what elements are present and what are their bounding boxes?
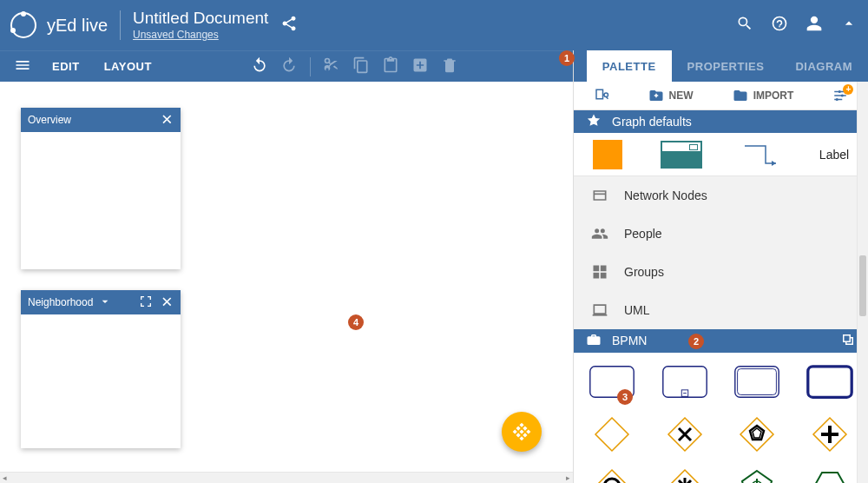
svg-point-11 — [838, 90, 841, 93]
sidebar-scrollbar[interactable] — [857, 82, 868, 483]
topbar-actions — [736, 15, 858, 36]
palette-settings-icon[interactable]: + — [832, 88, 848, 103]
category-uml[interactable]: UML — [574, 291, 868, 329]
section-graph-defaults[interactable]: Graph defaults — [574, 110, 868, 133]
callout-3: 3 — [617, 389, 633, 405]
default-group-style[interactable] — [661, 141, 702, 169]
redo-icon[interactable] — [280, 56, 298, 77]
new-palette-button[interactable]: NEW — [648, 88, 694, 103]
bpmn-gateway-exclusive[interactable] — [654, 414, 716, 455]
tab-diagram[interactable]: DIAGRAM — [779, 50, 868, 82]
cut-icon[interactable] — [323, 56, 340, 77]
account-icon[interactable] — [806, 15, 823, 36]
bpmn-gateway[interactable] — [581, 414, 643, 455]
horizontal-scrollbar[interactable] — [0, 472, 573, 483]
app-logo-block: yEd live — [10, 12, 108, 38]
svg-rect-4 — [519, 429, 523, 433]
svg-rect-5 — [523, 433, 527, 437]
default-label-style[interactable]: Label — [819, 148, 849, 162]
paste-icon[interactable] — [382, 56, 399, 77]
bpmn-gateway-inclusive[interactable] — [727, 414, 789, 455]
help-icon[interactable] — [771, 15, 788, 36]
category-network-nodes[interactable]: Network Nodes — [574, 176, 868, 215]
overview-panel: Overview — [21, 108, 181, 269]
category-people[interactable]: People — [574, 215, 868, 253]
svg-rect-1 — [523, 427, 527, 431]
import-palette-button[interactable]: IMPORT — [733, 88, 794, 103]
app-name: yEd live — [47, 16, 108, 36]
close-icon[interactable] — [160, 112, 174, 129]
close-icon[interactable] — [160, 294, 174, 311]
tab-palette[interactable]: PALETTE — [587, 50, 672, 82]
bpmn-label: BPMN — [612, 334, 647, 347]
fullscreen-icon[interactable] — [139, 294, 153, 311]
cat-label: Network Nodes — [624, 189, 707, 202]
category-list: Network Nodes People Groups UML — [574, 176, 868, 329]
share-icon[interactable] — [280, 15, 298, 36]
svg-rect-17 — [662, 367, 706, 397]
svg-point-10 — [841, 94, 844, 96]
document-status[interactable]: Unsaved Changes — [133, 30, 268, 42]
sidebar-tabs: PALETTE PROPERTIES DIAGRAM — [574, 50, 868, 82]
right-sidebar: PALETTE PROPERTIES DIAGRAM NEW IMPORT + … — [573, 50, 868, 483]
svg-rect-21 — [808, 367, 852, 397]
cat-label: Groups — [624, 265, 664, 279]
section-bpmn[interactable]: BPMN — [574, 329, 868, 352]
chevron-up-icon[interactable] — [840, 15, 858, 36]
overview-header[interactable]: Overview — [21, 108, 181, 132]
svg-point-22 — [604, 479, 620, 483]
bpmn-gateway-complex[interactable] — [654, 466, 716, 483]
neighborhood-header[interactable]: Neighborhood — [21, 290, 181, 314]
bpmn-gateway-parallel[interactable] — [799, 414, 861, 455]
menu-icon[interactable] — [5, 56, 40, 77]
bpmn-call-activity[interactable] — [799, 361, 861, 403]
svg-rect-14 — [594, 273, 600, 279]
palette-search-icon[interactable] — [594, 88, 609, 103]
svg-rect-0 — [519, 423, 523, 427]
tab-properties[interactable]: PROPERTIES — [672, 50, 780, 82]
delete-icon[interactable] — [441, 56, 458, 77]
separator — [310, 57, 311, 76]
neighborhood-title: Neighborhood — [28, 296, 93, 308]
copy-icon[interactable] — [352, 56, 370, 77]
chevron-down-icon[interactable] — [98, 294, 112, 311]
undo-icon[interactable] — [251, 56, 268, 77]
fab-grid-icon[interactable] — [502, 412, 542, 452]
bpmn-task[interactable] — [581, 361, 643, 403]
svg-rect-2 — [526, 429, 530, 433]
tool-icons — [251, 56, 458, 77]
neighborhood-body — [21, 314, 181, 448]
bpmn-gateway-event[interactable] — [581, 466, 643, 483]
neighborhood-panel: Neighborhood — [21, 290, 181, 448]
plus-badge-icon: + — [843, 84, 853, 95]
detach-icon[interactable] — [840, 332, 856, 350]
svg-rect-13 — [601, 266, 607, 272]
app-logo-icon — [10, 12, 36, 38]
titlebar: yEd live Untitled Document Unsaved Chang… — [0, 0, 868, 50]
search-icon[interactable] — [736, 15, 753, 36]
bpmn-shapes — [574, 353, 868, 483]
svg-rect-15 — [601, 273, 607, 279]
bpmn-subprocess[interactable] — [654, 361, 716, 403]
bpmn-transaction[interactable] — [727, 361, 789, 403]
svg-rect-12 — [594, 266, 600, 272]
default-node-style[interactable] — [593, 140, 622, 169]
menu-edit[interactable]: EDIT — [40, 60, 92, 73]
star-icon — [586, 113, 602, 131]
svg-rect-3 — [516, 427, 521, 431]
bpmn-event-pentagon[interactable] — [727, 466, 789, 483]
svg-rect-20 — [738, 369, 777, 395]
svg-rect-7 — [516, 433, 521, 437]
document-block[interactable]: Untitled Document Unsaved Changes — [133, 9, 268, 42]
document-title: Untitled Document — [133, 9, 268, 28]
svg-point-9 — [836, 98, 838, 101]
bpmn-event-hexagon[interactable] — [799, 466, 861, 483]
import-label: IMPORT — [753, 89, 794, 102]
default-edge-style[interactable] — [740, 141, 781, 169]
svg-rect-19 — [735, 367, 779, 397]
divider — [120, 10, 121, 40]
add-page-icon[interactable] — [411, 56, 429, 77]
briefcase-icon — [586, 332, 602, 350]
category-groups[interactable]: Groups — [574, 253, 868, 291]
menu-layout[interactable]: LAYOUT — [92, 60, 164, 73]
